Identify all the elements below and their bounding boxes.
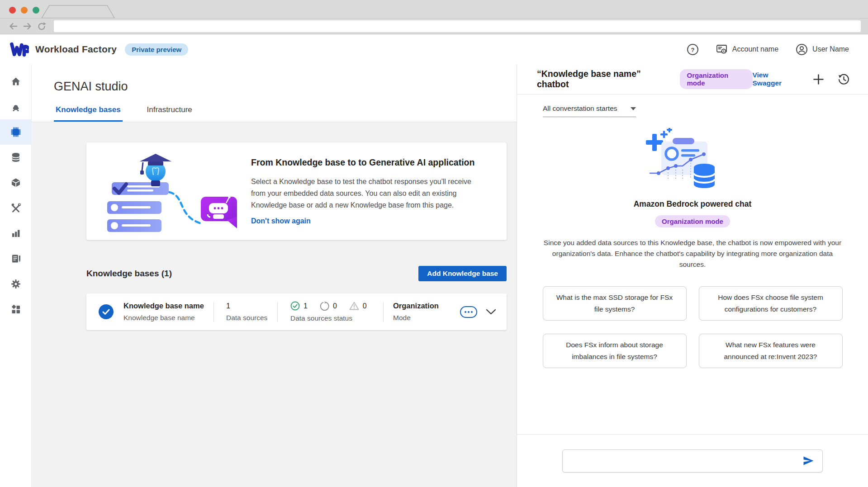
selected-check-icon xyxy=(99,304,114,319)
kb-row-actions-button[interactable] xyxy=(460,306,477,318)
svg-text:?: ? xyxy=(691,46,694,53)
sidebar-item-cloud[interactable] xyxy=(0,94,32,119)
empty-state-description: Since you added data sources to this Kno… xyxy=(543,237,842,270)
app-header: Workload Factory Private preview ? Accou… xyxy=(0,34,868,64)
cube-icon xyxy=(10,177,21,188)
user-menu[interactable]: User Name xyxy=(796,43,849,56)
chat-history-button[interactable] xyxy=(838,73,850,85)
intro-body: Select a Knowledge base to test the chat… xyxy=(251,176,484,211)
window-controls xyxy=(9,7,39,14)
reload-icon[interactable] xyxy=(37,22,47,31)
browser-tab[interactable] xyxy=(42,5,115,18)
workload-factory-logo-icon xyxy=(10,41,29,58)
sidebar-item-settings[interactable] xyxy=(0,271,32,297)
chip-icon xyxy=(10,126,22,138)
user-icon xyxy=(796,43,808,56)
tools-icon xyxy=(10,203,21,213)
clipboard-icon xyxy=(10,253,21,264)
kb-status-success-count: 1 xyxy=(304,302,308,310)
chatbot-panel: “Knowledge base name” chatbot Organizati… xyxy=(517,64,868,487)
dropdown-value: All converstation startes xyxy=(543,104,617,113)
view-swagger-link[interactable]: View Swagger xyxy=(753,71,798,87)
chat-message-input[interactable] xyxy=(571,457,798,465)
url-input[interactable] xyxy=(54,20,861,32)
sidebar xyxy=(0,64,32,487)
intro-card: From Knowledge base to to Generative AI … xyxy=(86,142,507,240)
plus-icon xyxy=(813,74,824,85)
sidebar-item-tools[interactable] xyxy=(0,195,32,221)
intro-title: From Knowledge base to to Generative AI … xyxy=(251,157,484,168)
kb-row-expand-chevron[interactable] xyxy=(486,309,496,315)
sidebar-item-home[interactable] xyxy=(0,69,32,94)
kb-data-sources-count: 1 xyxy=(226,302,277,310)
account-name-label: Account name xyxy=(732,45,778,53)
suggestion-card-2[interactable]: How does FSx choose file system configur… xyxy=(699,286,843,321)
tab-infrastructure[interactable]: Infrastructure xyxy=(145,105,194,122)
send-icon xyxy=(803,456,814,466)
chatbot-header: “Knowledge base name” chatbot Organizati… xyxy=(517,64,868,95)
chatbot-title: “Knowledge base name” chatbot xyxy=(537,69,669,90)
sidebar-item-monitoring[interactable] xyxy=(0,221,32,246)
organization-mode-badge: Organization mode xyxy=(680,69,752,89)
chatbot-body: All converstation startes xyxy=(517,95,868,434)
kb-section-heading: Knowledge bases (1) xyxy=(86,269,172,279)
kb-subtitle: Knowledge base name xyxy=(123,314,213,322)
home-icon xyxy=(10,76,21,87)
minimize-window-button[interactable] xyxy=(21,7,28,14)
app-name: Workload Factory xyxy=(35,44,117,55)
send-message-button[interactable] xyxy=(803,456,814,466)
kb-status-warning-count: 0 xyxy=(363,302,367,310)
user-name-label: User Name xyxy=(812,45,849,53)
suggestion-card-3[interactable]: Does FSx inform about storage imbalances… xyxy=(543,334,687,368)
bar-chart-icon xyxy=(10,228,21,239)
close-window-button[interactable] xyxy=(9,7,16,14)
sidebar-item-applications[interactable] xyxy=(0,170,32,195)
kb-status-label: Data sources status xyxy=(290,314,383,322)
zoom-window-button[interactable] xyxy=(33,7,39,14)
knowledge-base-row[interactable]: Knowledge base name Knowledge base name … xyxy=(86,293,507,330)
main-column: GENAI studio Knowledge bases Infrastruct… xyxy=(32,64,517,487)
dropdown-caret-icon xyxy=(631,107,636,110)
sidebar-item-storage[interactable] xyxy=(0,145,32,170)
kb-name: Knowledge base name xyxy=(123,302,213,310)
tab-knowledge-bases[interactable]: Knowledge bases xyxy=(54,105,123,122)
success-status-icon xyxy=(290,301,300,311)
kb-mode-value: Organization xyxy=(393,302,458,310)
content-area: From Knowledge base to to Generative AI … xyxy=(32,122,517,487)
bedrock-chat-illustration xyxy=(640,128,746,195)
sidebar-item-reports[interactable] xyxy=(0,246,32,271)
sidebar-item-genai-studio[interactable] xyxy=(0,119,32,145)
private-preview-badge: Private preview xyxy=(125,43,188,56)
empty-state-mode-badge: Organization mode xyxy=(655,215,730,227)
chat-input-area xyxy=(517,434,868,487)
screen: Workload Factory Private preview ? Accou… xyxy=(0,0,868,487)
grid-icon xyxy=(10,304,21,315)
new-chat-button[interactable] xyxy=(813,74,824,85)
history-icon xyxy=(838,73,850,85)
tabs: Knowledge bases Infrastructure xyxy=(54,105,517,122)
account-menu[interactable]: Account name xyxy=(716,44,778,55)
dont-show-again-link[interactable]: Don't show again xyxy=(251,217,311,225)
forward-icon[interactable] xyxy=(23,22,33,31)
sidebar-item-dashboard[interactable] xyxy=(0,297,32,322)
syncing-status-icon xyxy=(320,301,329,311)
browser-addressbar xyxy=(0,18,868,34)
cloud-network-icon xyxy=(10,101,21,112)
account-settings-icon xyxy=(716,44,728,55)
help-icon[interactable]: ? xyxy=(687,43,699,56)
browser-tabstrip xyxy=(0,0,868,18)
page-title: GENAI studio xyxy=(54,80,517,94)
kb-mode-label: Mode xyxy=(393,314,458,322)
warning-status-icon xyxy=(349,301,359,311)
back-icon[interactable] xyxy=(8,22,18,31)
gear-icon xyxy=(10,279,21,289)
database-icon xyxy=(10,152,21,163)
suggestion-card-4[interactable]: What new FSx features were announced at … xyxy=(699,334,843,368)
suggestion-card-1[interactable]: What is the max SSD storage for FSx file… xyxy=(543,286,687,321)
kb-status-syncing-count: 0 xyxy=(333,302,337,310)
knowledge-to-chatbot-illustration xyxy=(99,148,239,235)
add-knowledge-base-button[interactable]: Add Knowledge base xyxy=(418,266,507,281)
kb-data-sources-label: Data sources xyxy=(226,314,277,322)
empty-state-title: Amazon Bedrock powered chat xyxy=(543,199,842,209)
conversation-starters-dropdown[interactable]: All converstation startes xyxy=(543,104,636,117)
